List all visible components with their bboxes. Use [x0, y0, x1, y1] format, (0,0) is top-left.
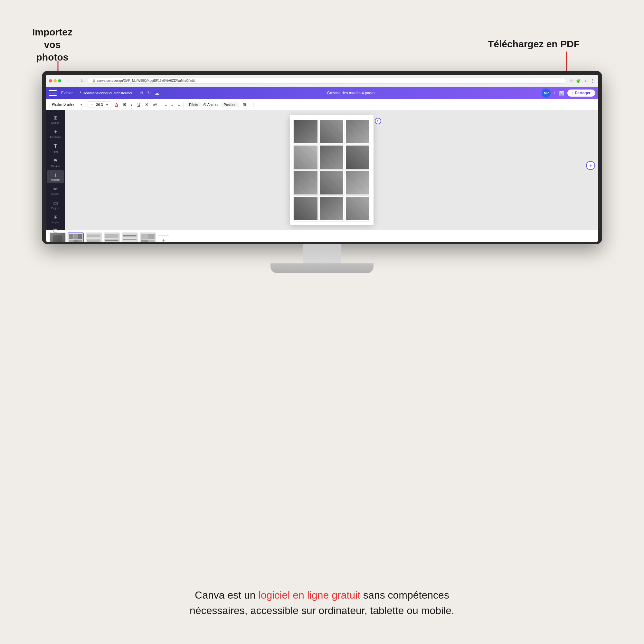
thumbnail-5[interactable]: 5	[122, 232, 138, 242]
more-options-button[interactable]: ⋮	[250, 102, 256, 108]
document-title: Gazette des mariés 4 pages	[327, 91, 375, 95]
thumb-img-6	[140, 232, 156, 242]
canvas-page-content	[290, 115, 374, 225]
monitor-screen-border: ‹ › ↻ 🔒 canva.com/design/DAF_MufW59Q/Kgg…	[42, 71, 602, 244]
photo-cell-1[interactable]	[294, 119, 318, 144]
analytics-icon[interactable]: 📊	[558, 90, 565, 96]
position-button[interactable]: Position	[221, 102, 239, 107]
canvas-work-area: ↻ +	[65, 110, 598, 230]
close-dot[interactable]	[49, 79, 52, 82]
strikethrough-button[interactable]: S	[144, 102, 149, 108]
sidebar-item-text[interactable]: T Texte	[47, 141, 64, 155]
download-label: Téléchargez en PDF	[488, 39, 580, 50]
import-icon: ↓	[54, 172, 57, 178]
bookmark-icon[interactable]: ☆	[569, 78, 574, 83]
canvas-refresh-button[interactable]: ↻	[375, 118, 381, 124]
align-left-button[interactable]: ≡	[164, 102, 168, 107]
share-button[interactable]: ↑ Partager	[567, 90, 595, 97]
undo-button[interactable]: ↺	[138, 90, 145, 96]
canva-main-area: ⊞ Design ✦ Éléments T Texte ⚑ Marque	[46, 110, 598, 230]
effects-button[interactable]: Effets	[186, 102, 201, 107]
underline-button[interactable]: U	[136, 102, 142, 108]
save-cloud-icon[interactable]: ☁	[154, 90, 161, 96]
thumbnail-3[interactable]: 3	[86, 232, 102, 242]
text-icon: T	[54, 143, 57, 150]
url-bar[interactable]: 🔒 canva.com/design/DAF_MufW59Q/KggiBF15z…	[88, 78, 566, 84]
photo-cell-4[interactable]	[294, 145, 318, 169]
refresh-button[interactable]: ↻	[79, 78, 85, 84]
font-size-value[interactable]: 36.3	[95, 103, 104, 107]
font-size-increase[interactable]: +	[105, 102, 109, 107]
thumb-img-3	[86, 232, 102, 242]
maximize-dot[interactable]	[58, 79, 61, 82]
sidebar-item-importer[interactable]: ↓ Importer	[47, 170, 64, 183]
file-menu-button[interactable]: Fichier	[59, 90, 75, 96]
thumb-photo-grid-2	[68, 233, 83, 242]
sidebar-item-design[interactable]: ⊞ Design	[47, 113, 64, 126]
bottom-text-prefix: Canva est un	[195, 589, 258, 601]
undo-redo-group: ↺ ↻ ☁	[138, 90, 161, 96]
more-icon[interactable]: ⋮	[590, 78, 595, 83]
font-size-decrease[interactable]: −	[90, 102, 94, 107]
sidebar-item-elements[interactable]: ✦ Éléments	[47, 127, 64, 140]
back-button[interactable]: ‹	[65, 78, 71, 84]
sidebar-label-applis: Applis	[52, 221, 59, 224]
browser-action-icons: ☆ 🧩 ↓ ⋮	[569, 78, 595, 83]
sidebar-label-dessin: Dessin	[52, 193, 59, 195]
photo-cell-5[interactable]	[319, 145, 344, 169]
photo-cell-9[interactable]	[345, 171, 370, 195]
italic-button[interactable]: I	[130, 102, 133, 108]
sidebar-item-applis[interactable]: ⊞ Applis	[47, 212, 64, 226]
download-icon[interactable]: ↓	[583, 78, 588, 83]
projects-icon: ▭	[53, 200, 58, 206]
share-label: Partager	[575, 91, 591, 95]
canva-toolbar: Fichier Redimensionner ou transformer ↺ …	[46, 87, 598, 99]
add-page-button[interactable]: +	[586, 161, 595, 170]
thumbnail-bar: 1 2	[46, 230, 598, 242]
sidebar-label-design: Design	[52, 121, 60, 124]
hamburger-menu[interactable]	[49, 90, 57, 96]
photo-cell-11[interactable]	[319, 196, 344, 221]
thumb-text-content-3	[86, 233, 101, 242]
case-button[interactable]: aA	[152, 102, 158, 107]
thumbnail-2[interactable]: 2	[68, 232, 84, 242]
photo-cell-2[interactable]	[319, 119, 344, 144]
url-text: canva.com/design/DAF_MufW59Q/KggiBF15z0V…	[97, 79, 195, 82]
sidebar-item-projets[interactable]: ▭ Projets	[47, 198, 64, 212]
font-selector[interactable]: Playfair Display ▼	[50, 102, 85, 107]
sidebar-label-marque: Marque	[51, 165, 60, 167]
browser-traffic-lights	[49, 79, 61, 82]
sidebar-label-elements: Éléments	[50, 136, 61, 138]
sidebar-item-dessin[interactable]: ✏ Dessin	[47, 184, 64, 197]
photo-cell-8[interactable]	[319, 171, 344, 195]
thumbnail-1[interactable]: 1	[50, 232, 66, 242]
resize-button[interactable]: Redimensionner ou transformer	[77, 90, 135, 97]
align-center-button[interactable]: ≡	[170, 102, 174, 107]
redo-button[interactable]: ↻	[146, 90, 152, 96]
animate-button[interactable]: ◎ Animer	[203, 102, 219, 107]
forward-button[interactable]: ›	[72, 78, 78, 84]
photo-cell-7[interactable]	[294, 171, 318, 195]
add-page-thumbnail-button[interactable]: +	[158, 235, 169, 242]
user-avatar[interactable]: NP	[542, 89, 551, 98]
bottom-text-highlight: logiciel en ligne gratuit	[259, 589, 361, 601]
sidebar-item-marque[interactable]: ⚑ Marque	[47, 156, 64, 169]
photo-cell-12[interactable]	[345, 196, 370, 221]
thumbnail-4[interactable]: 4	[104, 232, 120, 242]
thumb-img-2	[68, 232, 84, 242]
bold-button[interactable]: B	[122, 102, 128, 108]
photo-cell-10[interactable]	[294, 196, 318, 221]
text-color-button[interactable]: A	[114, 102, 119, 108]
format-toolbar: Playfair Display ▼ − 36.3 + A B I U S aA…	[46, 99, 598, 110]
add-collaborator-button[interactable]: +	[553, 90, 555, 96]
brand-icon: ⚑	[53, 158, 58, 164]
lock-button[interactable]: ⊞	[241, 102, 247, 108]
thumbnail-6[interactable]: 6	[140, 232, 156, 242]
minimize-dot[interactable]	[53, 79, 57, 82]
lock-icon: 🔒	[92, 79, 96, 82]
align-right-button[interactable]: ≡	[177, 102, 181, 107]
photo-cell-6[interactable]	[345, 145, 370, 169]
menu-line	[49, 93, 57, 93]
extension-icon[interactable]: 🧩	[576, 78, 581, 83]
photo-cell-3[interactable]	[345, 119, 370, 144]
